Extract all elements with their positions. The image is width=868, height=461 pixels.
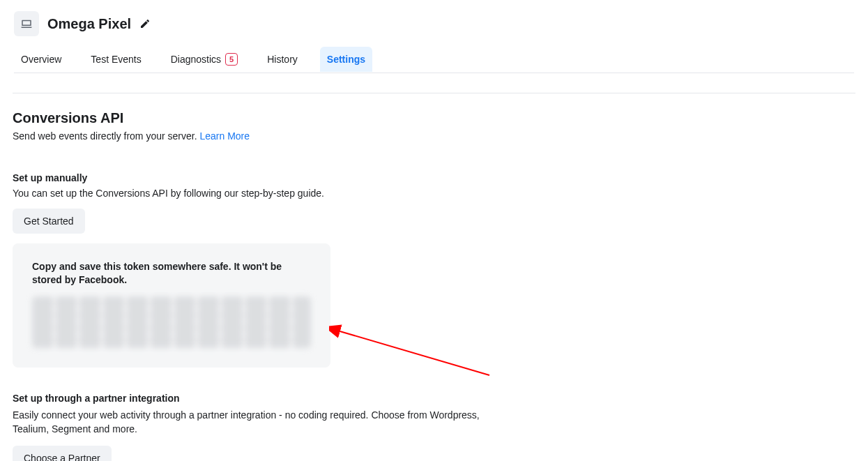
tab-label: Overview [21, 54, 61, 65]
tab-settings[interactable]: Settings [320, 47, 372, 72]
tab-overview[interactable]: Overview [14, 47, 68, 72]
section-desc: Send web events directly from your serve… [13, 130, 855, 142]
laptop-icon [20, 17, 33, 30]
token-panel-text: Copy and save this token somewhere safe.… [32, 260, 311, 287]
page-title: Omega Pixel [47, 16, 131, 32]
tab-label: Settings [327, 54, 365, 65]
section-desc-text: Send web events directly from your serve… [13, 130, 197, 142]
tab-diagnostics[interactable]: Diagnostics 5 [164, 46, 245, 73]
diagnostics-badge: 5 [225, 53, 238, 66]
manual-title: Set up manually [13, 172, 855, 183]
tab-label: History [267, 54, 298, 65]
tabs: Overview Test Events Diagnostics 5 Histo… [14, 46, 854, 73]
section-title: Conversions API [13, 110, 855, 126]
title-row: Omega Pixel [14, 11, 854, 36]
choose-partner-button[interactable]: Choose a Partner [13, 446, 112, 461]
tab-history[interactable]: History [260, 47, 305, 72]
manual-desc: You can set up the Conversions API by fo… [13, 188, 855, 199]
pixel-avatar [14, 11, 39, 36]
token-panel: Copy and save this token somewhere safe.… [13, 243, 330, 368]
partner-desc: Easily connect your web activity through… [13, 408, 487, 437]
header: Omega Pixel Overview Test Events Diagnos… [0, 0, 868, 73]
tab-label: Test Events [91, 54, 141, 65]
learn-more-link[interactable]: Learn More [199, 130, 250, 142]
get-started-button[interactable]: Get Started [13, 209, 85, 234]
partner-title: Set up through a partner integration [13, 393, 855, 404]
tab-test-events[interactable]: Test Events [84, 47, 148, 72]
tab-label: Diagnostics [171, 54, 221, 65]
token-value-blurred [32, 296, 311, 348]
edit-icon[interactable] [139, 18, 151, 29]
content: Conversions API Send web events directly… [0, 93, 868, 461]
